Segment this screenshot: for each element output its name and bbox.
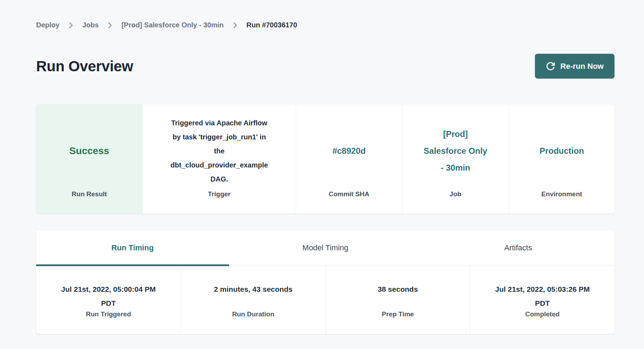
timing-cell-run-duration: 2 minutes, 43 seconds Run Duration [181,265,325,334]
rerun-now-label: Re-run Now [561,62,604,71]
summary-card-job: [Prod] Salesforce Only - 30min Job [402,104,509,213]
run-triggered-label: Run Triggered [86,310,131,318]
chevron-right-icon [108,22,112,29]
completed-label: Completed [525,310,559,318]
run-triggered-value: Jul 21st, 2022, 05:00:04 PM PDT [61,282,156,310]
commit-sha-label: Commit SHA [329,190,369,213]
run-details-panel: Run Timing Model Timing Artifacts Jul 21… [36,230,615,334]
tab-run-timing[interactable]: Run Timing [36,230,229,265]
breadcrumb-item-jobs[interactable]: Jobs [82,21,99,29]
breadcrumb-item-current-run: Run #70036170 [247,21,297,29]
trigger-label: Trigger [208,190,230,213]
run-summary-cards: Success Run Result Triggered via Apache … [36,104,615,213]
chevron-right-icon [69,22,73,29]
run-duration-label: Run Duration [232,310,274,318]
chevron-right-icon [233,22,237,29]
job-label: Job [450,190,462,213]
tab-model-timing[interactable]: Model Timing [229,230,422,265]
run-result-value: Success [69,145,109,157]
page-title: Run Overview [36,58,133,75]
timing-cell-run-triggered: Jul 21st, 2022, 05:00:04 PM PDT Run Trig… [36,265,181,334]
run-result-label: Run Result [72,190,107,213]
prep-time-label: Prep Time [382,310,414,318]
environment-link[interactable]: Production [539,143,584,159]
rerun-now-button[interactable]: Re-run Now [535,54,615,79]
summary-card-trigger: Triggered via Apache Airflow by task 'tr… [142,104,296,213]
run-duration-value: 2 minutes, 43 seconds [214,282,293,310]
run-timing-content: Jul 21st, 2022, 05:00:04 PM PDT Run Trig… [36,265,615,334]
run-overview-page: Deploy Jobs [Prod] Salesforce Only - 30m… [36,21,615,334]
rotate-cw-icon [546,61,555,71]
environment-label: Environment [541,190,582,213]
timing-cell-prep-time: 38 seconds Prep Time [326,265,470,334]
tab-bar: Run Timing Model Timing Artifacts [36,230,615,265]
breadcrumb-item-job-name[interactable]: [Prod] Salesforce Only - 30min [121,21,223,29]
tab-artifacts[interactable]: Artifacts [422,230,615,265]
page-header: Run Overview Re-run Now [36,54,615,79]
prep-time-value: 38 seconds [378,282,418,310]
job-link[interactable]: [Prod] Salesforce Only - 30min [424,126,487,176]
trigger-description: Triggered via Apache Airflow by task 'tr… [170,116,268,186]
commit-sha-link[interactable]: #c8920d [333,143,366,159]
summary-card-environment: Production Environment [509,104,615,213]
timing-cell-completed: Jul 21st, 2022, 05:03:26 PM PDT Complete… [470,265,615,334]
breadcrumb-item-deploy[interactable]: Deploy [36,21,60,29]
breadcrumb: Deploy Jobs [Prod] Salesforce Only - 30m… [36,21,615,29]
summary-card-run-result: Success Run Result [36,104,142,213]
summary-card-commit-sha: #c8920d Commit SHA [296,104,402,213]
completed-value: Jul 21st, 2022, 05:03:26 PM PDT [495,282,590,310]
